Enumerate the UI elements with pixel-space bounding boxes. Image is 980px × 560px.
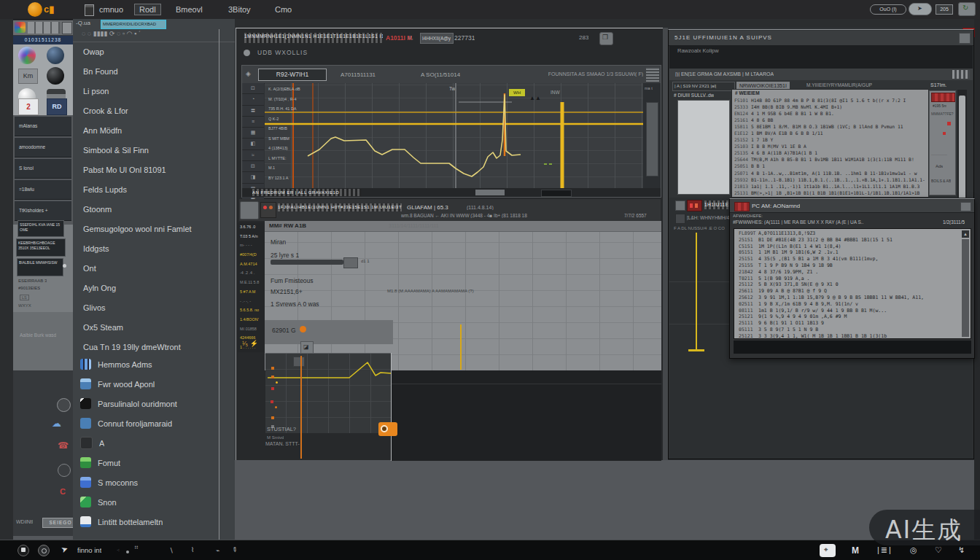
toolbox-mini-buttons[interactable] — [28, 22, 60, 34]
cloud-icon[interactable]: ☁ — [52, 418, 61, 429]
app-logo-icon[interactable] — [28, 2, 42, 17]
tray-app-window-icon[interactable]: ⌖ — [820, 544, 836, 557]
toolbox-card-3[interactable]: BIALBILE MMWHSISW — [17, 258, 63, 276]
rb2-content[interactable]: FL899T A,0?O111E1313,8,!9Z3 25151 B1 DE … — [734, 228, 971, 339]
code-line[interactable]: E1E12 1 BM BV/A E1B B 6 B B 1/11 — [734, 130, 926, 136]
track-row-fum[interactable]: Fum Fmisteous — [271, 277, 314, 284]
sidebar-item[interactable]: Ayln Ong — [73, 279, 219, 298]
pattern-row[interactable]: 3.6.76 .0 — [238, 222, 265, 232]
rt-code-panel[interactable]: # WEIEIEM FS101 H14B 8O 61P 88 4m B P B … — [731, 89, 929, 198]
sidebar-item[interactable]: Iddgsts — [73, 239, 219, 259]
orange-clip[interactable] — [378, 422, 397, 436]
chart-tab-2[interactable]: A7011511131 — [341, 71, 376, 78]
pattern-row[interactable]: #007/4(D — [238, 250, 265, 260]
sidebar-icon-item[interactable]: Parsulinalol ouridmont — [73, 394, 219, 413]
menu-item-3[interactable]: Bmeovl — [176, 5, 203, 14]
automation-panel[interactable] — [265, 353, 392, 433]
rb2-scrollbar[interactable] — [962, 239, 969, 337]
sidebar-icon-item[interactable]: A — [73, 433, 219, 453]
pattern-row[interactable]: 5 #7 A M — [238, 287, 265, 297]
tray-m-icon[interactable]: M — [852, 545, 859, 556]
foot-glyphs[interactable]: ¹⁄₅ ⚡ — [242, 340, 258, 347]
sidebar-icon-item[interactable]: Hemmos Adms — [73, 354, 219, 374]
oval-button[interactable]: ➤ — [909, 3, 932, 15]
code-line[interactable]: FS101 H14B 8O 61P 88 4m B P B 81(3(8I @I… — [734, 97, 926, 104]
sidebar-item[interactable]: Bn Found — [73, 62, 219, 82]
address-box[interactable]: MMERDRXIDILIDCRXBAD — [101, 20, 166, 29]
dark-sphere-icon[interactable] — [47, 67, 64, 85]
progress-handle[interactable] — [343, 257, 358, 268]
code-line[interactable]: 25161 4 8 6 BB — [734, 117, 926, 123]
chart-tool-button[interactable]: ⊟ — [242, 161, 264, 172]
code-line[interactable]: 25932 B1-11n..1-B.1B1) 11B.1,B.1.(..1B..… — [734, 176, 926, 183]
pointer-icon[interactable]: ➤ — [60, 544, 69, 555]
code-line[interactable]: 25152 1 7 1B Y — [734, 136, 926, 143]
code-line[interactable]: 25151 4 35(5 ,(B1 5 B1 a 1M B 3 41(vm B1… — [739, 256, 961, 262]
toolbox-close-button[interactable] — [62, 22, 72, 34]
toolbox-list-item[interactable]: S lonol — [15, 158, 71, 179]
taskbar-app-2[interactable] — [38, 545, 50, 556]
chart-plot[interactable]: K. A(2/3)EBLA.dBM. (7/10)4 , R-4735 R.H.… — [265, 83, 643, 190]
track-row-mx[interactable]: MX2151,6+ — [271, 288, 303, 295]
sidebar-icon-item[interactable]: Lintitt bottelameltn — [73, 512, 219, 532]
rt-scroll-thumb[interactable] — [959, 96, 965, 205]
code-line[interactable]: 25103 I B B M(MV V1 1E B A — [734, 143, 926, 149]
sidebar-item[interactable]: Ann Mödfn — [73, 121, 219, 141]
pattern-row[interactable]: - .- -, - — [238, 297, 265, 306]
rt-titlebar[interactable]: 5J1E UFFIMIUIE1N A SUIPVS — [669, 31, 973, 46]
toolbox-list-item[interactable]: =18wlu — [15, 179, 71, 200]
code-line[interactable]: 21813 1a1| 1.1 .11,.·1)1 1t1a1b B1..1A.l… — [734, 183, 926, 190]
tray-braille-icon[interactable]: ⠛ — [134, 545, 139, 552]
main-toolbar-box[interactable]: I4HHXII(A@y — [420, 33, 454, 44]
sidebar-item[interactable]: Crook & Lfor — [73, 101, 219, 121]
pattern-row[interactable]: A.M.4714 — [238, 260, 265, 269]
code-line[interactable]: C5151 1M 1P((L1n B(E1 1 4 W1 1(8,4) — [739, 244, 961, 250]
chart-header-grip[interactable] — [646, 67, 659, 82]
rt-seg-3[interactable]: M.YIIIEIEIYRYMAMLIR(A/GUP — [806, 82, 872, 88]
tray-bolt-icon[interactable]: ⌁ — [216, 547, 219, 554]
code-line[interactable]: 08111 1m1 B 1(9,1/ B r/9 w/ 9 44 1 9 BB … — [739, 308, 961, 314]
pattern-row[interactable]: -4 .2 .4 . — [238, 268, 265, 278]
code-line[interactable]: 25151 B1 DE #B1E(4B 23 31(2 @ BB B4 #BBB… — [739, 237, 961, 244]
timeline-block[interactable]: MM# RW A1B 3111/14/1111/1111/111 Miran 2… — [265, 221, 661, 370]
tray-dot-icon[interactable] — [126, 551, 129, 553]
rt-red-badge[interactable] — [931, 93, 955, 102]
rt-seg-1[interactable]: | A | S19 NV 2X21 |al| — [672, 82, 735, 91]
track-row-lyre[interactable]: 25 lyre s 1 — [271, 252, 299, 259]
toolbox-card-1[interactable]: SSEFDIHL KVA IANE 15 OME — [18, 220, 64, 237]
taskbar-app-1[interactable] — [18, 545, 29, 556]
search-label[interactable]: -Q.ua — [76, 20, 90, 26]
code-line[interactable]: 25111 9 6 B(1 91 1 O11 1B13 9 — [739, 320, 961, 327]
sidebar-icon-item[interactable]: Snon — [73, 492, 219, 512]
main-toolbar-button[interactable]: ❐ — [599, 32, 613, 45]
chart-tool-button[interactable]: ◔ — [242, 94, 264, 105]
toolbox-list-item[interactable]: mAlanas — [15, 116, 71, 136]
menu-item-4[interactable]: 3Bitoy — [228, 5, 251, 14]
pattern-row[interactable]: 5.6.5.8. no — [238, 306, 265, 315]
menu-item-1[interactable]: cmnuo — [99, 5, 123, 14]
sidebar-item[interactable]: Gtoonm — [73, 200, 219, 219]
chart-tool-button[interactable]: ◧ — [242, 139, 264, 149]
sidebar-icon-item[interactable]: S moconns — [73, 472, 219, 492]
sidebar-item[interactable]: Ox5 Steam — [73, 318, 219, 338]
pattern-row[interactable]: m- - - - — [238, 241, 265, 250]
sidebar-item[interactable]: Glivos — [73, 298, 219, 318]
pattern-row[interactable]: M/.01858 — [238, 324, 265, 334]
rt-close-button[interactable] — [959, 33, 971, 44]
toolbox-list-item[interactable]: amoodomne — [15, 137, 71, 158]
code-line[interactable]: 15811 5 8E1BM 1 8/M. B1M B O.3 1B1WB (1V… — [734, 123, 926, 130]
code-line[interactable]: FL899T A,0?O111E1313,8,!9Z3 — [739, 230, 961, 237]
globe-small-icon[interactable] — [57, 398, 71, 412]
toolbox-list-item[interactable]: TtKisholdes + — [15, 201, 71, 221]
code-line[interactable]: 25121 3 3 3(9,4 1 1, W1( M 1B 1B 1 1BB1 … — [739, 333, 961, 338]
code-line[interactable]: 25121 9(1 9 %,9 4 9 4 9 01m ,A,6 #9 M — [739, 314, 961, 320]
sidebar-item[interactable]: Felds Lupds — [73, 180, 219, 200]
record-icon[interactable] — [260, 202, 276, 218]
rt-side-list[interactable] — [677, 100, 730, 195]
km-chip[interactable]: Km — [18, 69, 38, 84]
pattern-row[interactable]: T.03 5 A/n — [238, 232, 265, 241]
rb-icon-box[interactable] — [675, 201, 685, 211]
chart-tool-button[interactable]: ⊡ — [242, 83, 264, 94]
sidebar-toolbar[interactable]: ◌ ◌ ▮▮▮▮ ⟳ ◌ ▫ ◠ ▪ ˊ — [82, 30, 228, 37]
toolbox-titlebar[interactable] — [13, 20, 73, 35]
